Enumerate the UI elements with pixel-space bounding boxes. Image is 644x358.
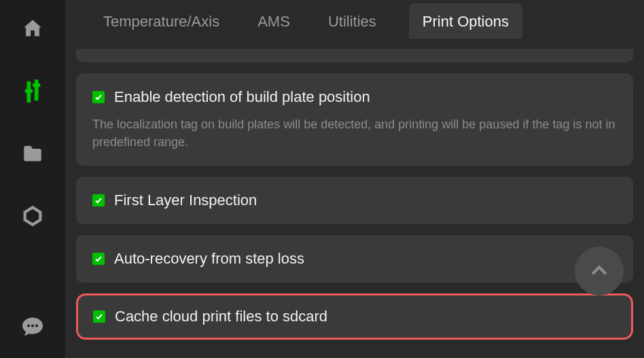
option-first-layer-inspection[interactable]: First Layer Inspection: [76, 177, 633, 224]
sidebar-files[interactable]: [20, 141, 45, 166]
option-title: Auto-recovery from step loss: [114, 250, 304, 268]
chevron-up-icon: [588, 259, 611, 283]
checkbox-build-plate-detection[interactable]: [92, 91, 105, 103]
option-title-row: Enable detection of build plate position: [92, 88, 617, 106]
option-title-row: Cache cloud print files to sdcard: [93, 308, 616, 325]
options-scroll[interactable]: Enable detection of build plate position…: [65, 42, 644, 358]
svg-rect-2: [25, 89, 33, 93]
tab-utilities[interactable]: Utilities: [323, 3, 382, 39]
checkbox-first-layer-inspection[interactable]: [92, 194, 105, 207]
tab-bar: Temperature/Axis AMS Utilities Print Opt…: [65, 0, 644, 42]
option-title: Cache cloud print files to sdcard: [115, 308, 327, 325]
checkbox-cache-cloud-files[interactable]: [93, 310, 105, 323]
svg-point-7: [35, 325, 38, 327]
home-icon: [21, 17, 44, 40]
main-panel: Temperature/Axis AMS Utilities Print Opt…: [65, 0, 644, 358]
option-cache-cloud-files[interactable]: Cache cloud print files to sdcard: [76, 293, 633, 340]
option-auto-recovery[interactable]: Auto-recovery from step loss: [76, 235, 633, 283]
option-title-row: First Layer Inspection: [92, 192, 617, 209]
chat-icon: [20, 315, 45, 339]
sidebar-home[interactable]: [20, 16, 45, 41]
hex-icon: [21, 204, 44, 228]
sliders-icon: [21, 77, 44, 105]
checkbox-auto-recovery[interactable]: [92, 253, 105, 265]
scroll-to-top-button[interactable]: [575, 247, 624, 296]
tab-ams[interactable]: AMS: [252, 3, 296, 39]
svg-rect-1: [35, 79, 39, 101]
option-card-partial: [76, 49, 633, 62]
svg-point-5: [27, 325, 30, 327]
check-icon: [94, 196, 103, 204]
sidebar-settings[interactable]: [20, 204, 45, 228]
tab-print-options[interactable]: Print Options: [409, 3, 522, 39]
tab-temperature-axis[interactable]: Temperature/Axis: [98, 3, 225, 39]
option-build-plate-detection[interactable]: Enable detection of build plate position…: [76, 73, 633, 166]
svg-rect-3: [33, 84, 40, 88]
option-title-row: Auto-recovery from step loss: [92, 250, 617, 268]
check-icon: [95, 312, 103, 321]
sidebar-chat[interactable]: [20, 315, 45, 339]
option-description: The localization tag on build plates wil…: [92, 115, 617, 151]
option-title: First Layer Inspection: [114, 192, 257, 209]
folder-icon: [21, 142, 44, 165]
option-title: Enable detection of build plate position: [114, 88, 370, 106]
sidebar: [0, 0, 65, 358]
svg-point-6: [31, 325, 34, 327]
check-icon: [94, 255, 103, 263]
sidebar-tune[interactable]: [20, 79, 45, 103]
check-icon: [94, 93, 103, 101]
svg-marker-4: [25, 207, 41, 225]
